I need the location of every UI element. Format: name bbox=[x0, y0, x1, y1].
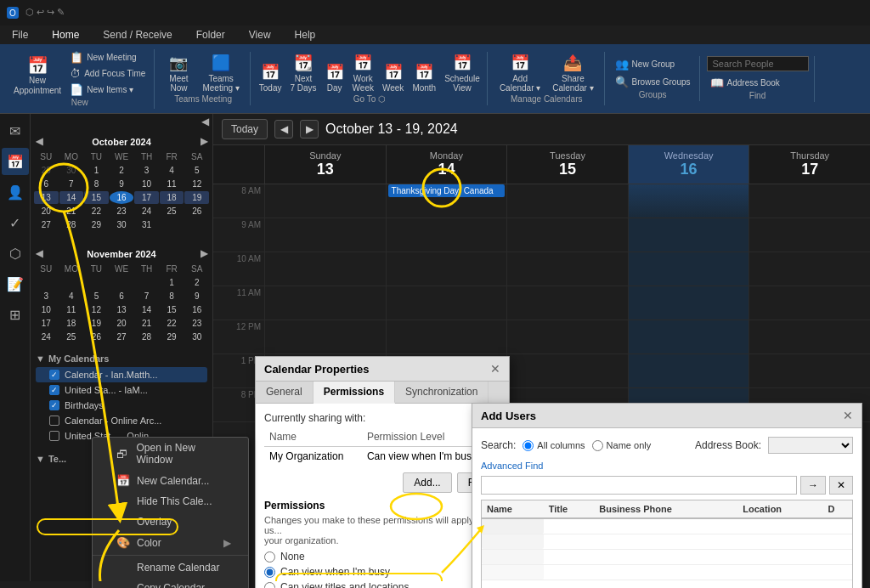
tab-general[interactable]: General bbox=[256, 382, 314, 403]
ctx-rename[interactable]: Rename Calendar bbox=[93, 557, 248, 578]
cal-day[interactable]: 10 bbox=[134, 178, 159, 190]
cal-day[interactable]: 29 bbox=[84, 218, 109, 231]
menu-help[interactable]: Help bbox=[290, 27, 321, 42]
ribbon-btn-add-focus[interactable]: ⏱ Add Focus Time bbox=[66, 65, 149, 82]
sidebar-icon-apps[interactable]: ⬡ bbox=[2, 240, 29, 267]
cal-day[interactable]: 14 bbox=[59, 191, 84, 204]
today-button[interactable]: Today bbox=[222, 119, 268, 139]
pane-toggle[interactable]: ◀ bbox=[31, 114, 212, 129]
cal-day[interactable]: 1 bbox=[84, 164, 109, 177]
cal-day[interactable]: 13 bbox=[110, 303, 134, 316]
cal-day[interactable]: 3 bbox=[134, 164, 159, 177]
ribbon-btn-add-calendar[interactable]: 📅 Add Calendar ▾ bbox=[494, 52, 545, 94]
cal-day[interactable]: 10 bbox=[34, 303, 59, 316]
cal-day[interactable]: 8 bbox=[84, 178, 109, 190]
cal-day[interactable]: 18 bbox=[59, 317, 84, 330]
table-row[interactable] bbox=[482, 518, 852, 534]
cal-day[interactable]: 13 bbox=[34, 191, 59, 204]
menu-home[interactable]: Home bbox=[47, 27, 84, 42]
my-calendars-header[interactable]: ▼ My Calendars bbox=[36, 350, 207, 367]
cal-day[interactable]: 30 bbox=[59, 164, 84, 177]
ctx-overlay[interactable]: Overlay bbox=[93, 512, 248, 532]
cal-day[interactable]: 25 bbox=[59, 331, 84, 343]
radio-titles[interactable]: Can view titles and locations bbox=[264, 581, 500, 588]
radio-none[interactable]: None bbox=[264, 551, 500, 563]
ctx-new-calendar[interactable]: 📅 New Calendar... bbox=[93, 470, 248, 491]
oct-prev[interactable]: ◀ bbox=[36, 136, 42, 147]
ribbon-btn-workweek[interactable]: 📅 Work Week bbox=[349, 52, 377, 94]
add-users-close-button[interactable]: ✕ bbox=[843, 409, 853, 422]
search-people-input[interactable] bbox=[707, 56, 809, 71]
ribbon-btn-month[interactable]: 📅 Month bbox=[409, 61, 439, 94]
table-row[interactable] bbox=[482, 549, 852, 564]
cal-day[interactable]: 7 bbox=[59, 178, 84, 190]
table-row[interactable] bbox=[482, 564, 852, 580]
cal-day[interactable]: 22 bbox=[160, 317, 184, 330]
cal-props-close-button[interactable]: ✕ bbox=[490, 362, 500, 376]
menu-file[interactable]: File bbox=[7, 27, 33, 42]
cal-day[interactable]: 16 bbox=[184, 303, 209, 316]
sidebar-icon-tasks[interactable]: ✓ bbox=[2, 209, 29, 236]
cal-day[interactable]: 23 bbox=[184, 317, 209, 330]
cal-day[interactable]: 20 bbox=[110, 317, 134, 330]
next-week-button[interactable]: ▶ bbox=[300, 120, 319, 139]
nov-next[interactable]: ▶ bbox=[201, 248, 207, 259]
cal-day[interactable]: 14 bbox=[134, 303, 159, 316]
folder-item-birthdays[interactable]: ✓ Birthdays bbox=[36, 398, 207, 413]
cal-day-today[interactable]: 16 bbox=[110, 191, 134, 204]
cal-day[interactable]: 27 bbox=[34, 218, 59, 231]
calendar-ian-checkbox[interactable]: ✓ bbox=[49, 370, 59, 380]
ctx-hide-calendar[interactable]: Hide This Cale... bbox=[93, 491, 248, 512]
ribbon-btn-browse-groups[interactable]: 🔍 Browse Groups bbox=[612, 74, 694, 90]
cal-day[interactable]: 12 bbox=[184, 178, 209, 190]
ribbon-btn-share-calendar[interactable]: 📤 Share Calendar ▾ bbox=[547, 52, 598, 94]
cal-day[interactable]: 11 bbox=[160, 178, 184, 190]
menu-send-receive[interactable]: Send / Receive bbox=[98, 27, 177, 42]
cal-day[interactable]: 9 bbox=[184, 290, 209, 302]
cal-day[interactable]: 2 bbox=[110, 164, 134, 177]
cal-day[interactable]: 21 bbox=[134, 317, 159, 330]
cal-day[interactable]: 5 bbox=[184, 164, 209, 177]
us-checkbox[interactable]: ✓ bbox=[49, 385, 59, 395]
sidebar-icon-notes[interactable]: 📝 bbox=[2, 270, 29, 297]
cal-day[interactable]: 30 bbox=[184, 331, 209, 343]
ribbon-btn-week[interactable]: 📅 Week bbox=[379, 61, 407, 94]
cal-day[interactable]: 20 bbox=[34, 205, 59, 218]
cal-day[interactable]: 29 bbox=[34, 164, 59, 177]
cal-day[interactable]: 24 bbox=[134, 205, 159, 218]
cal-day[interactable]: 8 bbox=[160, 290, 184, 302]
add-button[interactable]: Add... bbox=[403, 472, 451, 493]
cal-day[interactable]: 4 bbox=[59, 290, 84, 302]
tab-permissions[interactable]: Permissions bbox=[314, 382, 395, 404]
advanced-find-link[interactable]: Advanced Find bbox=[481, 461, 543, 471]
ribbon-btn-teams-meeting[interactable]: 🟦 Teams Meeting ▾ bbox=[197, 52, 244, 94]
cal-day[interactable]: 26 bbox=[184, 205, 209, 218]
cal-day[interactable]: 29 bbox=[160, 331, 184, 343]
cal-day[interactable]: 2 bbox=[184, 276, 209, 289]
sidebar-icon-mail[interactable]: ✉ bbox=[2, 117, 29, 144]
ribbon-btn-new-group[interactable]: 👥 New Group bbox=[612, 56, 694, 72]
tab-synchronization[interactable]: Synchronization bbox=[395, 382, 489, 403]
menu-folder[interactable]: Folder bbox=[191, 27, 230, 42]
folder-item-calendar-ian[interactable]: ✓ Calendar - Ian.Matth... bbox=[36, 367, 207, 382]
folder-item-united-states[interactable]: ✓ United Sta... - IaM... bbox=[36, 382, 207, 398]
ctx-copy[interactable]: Copy Calendar bbox=[93, 578, 248, 588]
cal-day[interactable]: 18 bbox=[160, 191, 184, 204]
us-online-checkbox[interactable] bbox=[49, 431, 59, 441]
cal-day[interactable]: 30 bbox=[110, 218, 134, 231]
ribbon-btn-new-meeting[interactable]: 📋 New Meeting bbox=[66, 49, 149, 65]
sidebar-icon-people[interactable]: 👤 bbox=[2, 178, 29, 206]
cal-day[interactable]: 7 bbox=[134, 290, 159, 302]
cal-day[interactable]: 9 bbox=[110, 178, 134, 190]
ribbon-btn-new-items[interactable]: 📄 New Items ▾ bbox=[66, 82, 149, 98]
cal-day[interactable]: 22 bbox=[84, 205, 109, 218]
cal-day[interactable]: 11 bbox=[59, 303, 84, 316]
birthdays-checkbox[interactable]: ✓ bbox=[49, 400, 59, 410]
thanksgiving-event[interactable]: Thanksgiving Day: Canada bbox=[388, 184, 506, 197]
cal-day[interactable]: 21 bbox=[59, 205, 84, 218]
cal-online-checkbox[interactable] bbox=[49, 416, 59, 426]
menu-view[interactable]: View bbox=[244, 27, 276, 42]
radio-all-cols[interactable]: All columns bbox=[523, 440, 585, 451]
search-go-button[interactable]: → bbox=[800, 476, 826, 495]
cal-day[interactable]: 4 bbox=[160, 164, 184, 177]
